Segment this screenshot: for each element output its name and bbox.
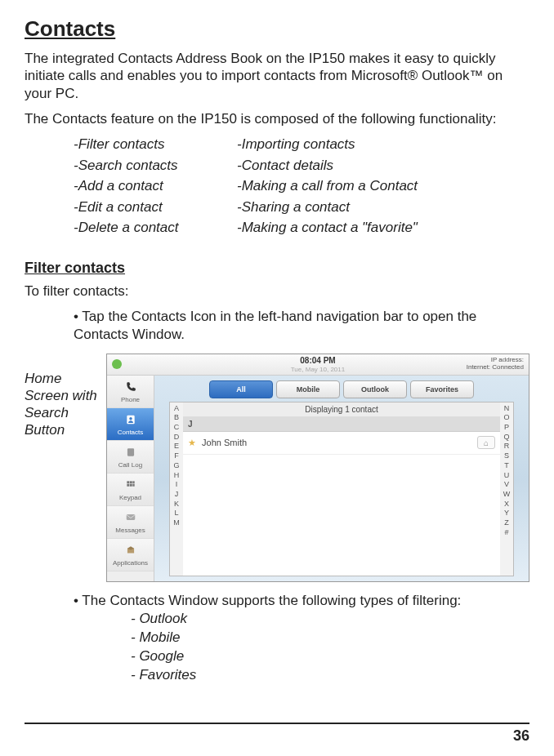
feature-item: -Edit a contact [74, 197, 237, 218]
tab-outlook[interactable]: Outlook [343, 380, 407, 398]
feature-item: -Delete a contact [74, 217, 237, 238]
home-icon[interactable]: ⌂ [477, 436, 495, 449]
svg-rect-7 [129, 484, 132, 487]
filter-tabs: All Mobile Outlook Favorites [154, 376, 529, 402]
page-number: 36 [25, 723, 529, 745]
filter-type-item: - Google [131, 647, 529, 666]
status-date: Tue, May 10, 2011 [107, 366, 529, 373]
filter-type-item: - Mobile [131, 629, 529, 647]
sidebar-item-call-log[interactable]: Call Log [107, 441, 154, 474]
svg-rect-6 [127, 484, 129, 487]
screenshot-home-screen: 08:04 PM Tue, May 10, 2011 IP address: I… [106, 354, 529, 582]
svg-point-1 [129, 417, 132, 420]
feature-item: -Contact details [237, 155, 466, 176]
filter-type-item: - Favorites [131, 666, 529, 685]
svg-rect-8 [132, 484, 134, 487]
feature-item: -Making a call from a Contact [237, 176, 466, 197]
sidebar-item-keypad[interactable]: Keypad [107, 474, 154, 506]
sidebar-item-contacts[interactable]: Contacts [107, 408, 154, 441]
favorite-star-icon: ★ [188, 438, 196, 447]
filter-contacts-heading: Filter contacts [25, 260, 529, 277]
feature-item: -Add a contact [74, 176, 237, 197]
alpha-index-left[interactable]: A B C D E F G H I J K L M [170, 402, 183, 576]
tab-mobile[interactable]: Mobile [276, 380, 340, 398]
contact-row[interactable]: ★ John Smith ⌂ [183, 432, 500, 455]
svg-rect-4 [129, 481, 132, 483]
feature-item: -Sharing a contact [237, 197, 466, 218]
page-title: Contacts [25, 16, 529, 42]
intro-text: The integrated Contacts Address Book on … [25, 50, 529, 102]
phone-icon [122, 380, 140, 394]
feature-item: -Making a contact a "favorite" [237, 217, 466, 238]
contact-list-panel: A B C D E F G H I J K L M [169, 402, 514, 576]
step-intro: To filter contacts: [25, 283, 529, 300]
contacts-icon [122, 412, 140, 427]
content-area: All Mobile Outlook Favorites A B C D E F… [154, 376, 529, 581]
feature-list: -Filter contacts -Search contacts -Add a… [25, 134, 529, 238]
svg-rect-9 [126, 514, 135, 520]
figure-caption: Home Screen with Search Button [25, 354, 106, 439]
applications-icon [122, 543, 140, 558]
contact-count: Displaying 1 contact [183, 402, 500, 417]
sidebar-item-phone[interactable]: Phone [107, 376, 154, 408]
figure-row: Home Screen with Search Button 08:04 PM … [25, 354, 529, 582]
feature-item: -Importing contacts [237, 134, 466, 155]
alpha-index-right[interactable]: N O P Q R S T U V W X Y Z # [500, 402, 513, 576]
svg-rect-2 [127, 448, 133, 456]
status-time: 08:04 PM [107, 356, 529, 365]
sidebar-nav: Phone Contacts Call Log [107, 376, 154, 581]
filter-type-item: - Outlook [131, 610, 529, 629]
call-log-icon [122, 445, 140, 460]
compose-text: The Contacts feature on the IP150 is com… [25, 110, 529, 127]
status-bar: 08:04 PM Tue, May 10, 2011 IP address: I… [107, 354, 529, 376]
sidebar-item-messages[interactable]: Messages [107, 506, 154, 539]
group-header-j: J [183, 417, 500, 432]
svg-rect-3 [127, 481, 129, 483]
keypad-icon [122, 478, 140, 492]
tab-favorites[interactable]: Favorites [410, 380, 474, 398]
sidebar-item-applications[interactable]: Applications [107, 539, 154, 571]
svg-rect-5 [132, 481, 134, 483]
feature-item: -Search contacts [74, 155, 237, 176]
step-bullet-2: • The Contacts Window supports the follo… [25, 592, 529, 685]
messages-icon [122, 510, 140, 525]
contact-name: John Smith [202, 438, 247, 447]
feature-item: -Filter contacts [74, 134, 237, 155]
tab-all[interactable]: All [209, 380, 273, 398]
step-bullet-1: • Tap the Contacts Icon in the left-hand… [25, 308, 529, 344]
